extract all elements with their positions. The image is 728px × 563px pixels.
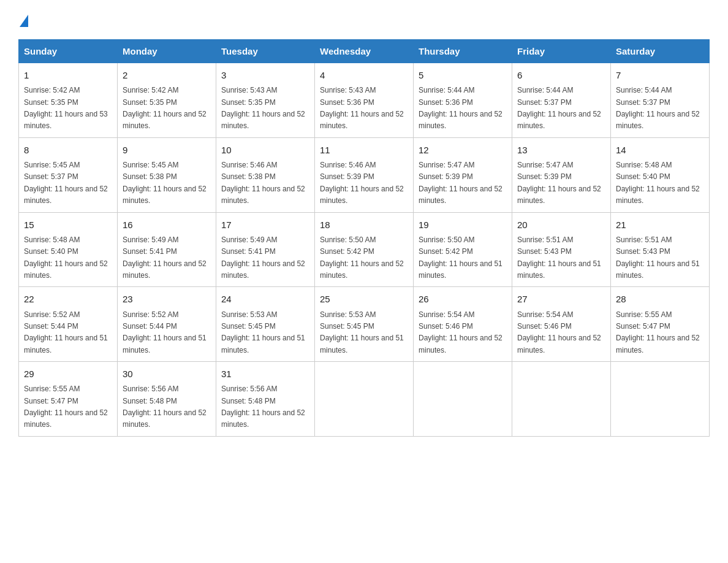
calendar-cell (315, 362, 414, 437)
calendar-cell (611, 362, 710, 437)
day-info: Sunrise: 5:50 AMSunset: 5:42 PMDaylight:… (320, 236, 404, 280)
calendar-cell: 4 Sunrise: 5:43 AMSunset: 5:36 PMDayligh… (315, 63, 414, 138)
day-info: Sunrise: 5:44 AMSunset: 5:36 PMDaylight:… (419, 86, 502, 130)
day-number: 6 (517, 68, 605, 82)
logo-triangle-icon (20, 15, 28, 27)
calendar-cell: 18 Sunrise: 5:50 AMSunset: 5:42 PMDaylig… (315, 212, 414, 287)
weekday-header-friday: Friday (512, 40, 611, 63)
weekday-header-monday: Monday (118, 40, 216, 63)
calendar-cell: 2 Sunrise: 5:42 AMSunset: 5:35 PMDayligh… (118, 63, 216, 138)
calendar-cell: 6 Sunrise: 5:44 AMSunset: 5:37 PMDayligh… (512, 63, 611, 138)
day-number: 3 (221, 68, 309, 82)
calendar-week-row: 1 Sunrise: 5:42 AMSunset: 5:35 PMDayligh… (19, 63, 710, 138)
day-info: Sunrise: 5:48 AMSunset: 5:40 PMDaylight:… (24, 236, 108, 280)
calendar-cell: 24 Sunrise: 5:53 AMSunset: 5:45 PMDaylig… (216, 287, 315, 362)
calendar-table: SundayMondayTuesdayWednesdayThursdayFrid… (18, 39, 710, 437)
day-number: 24 (221, 292, 309, 306)
calendar-week-row: 22 Sunrise: 5:52 AMSunset: 5:44 PMDaylig… (19, 287, 710, 362)
day-info: Sunrise: 5:45 AMSunset: 5:38 PMDaylight:… (123, 161, 207, 205)
calendar-cell: 14 Sunrise: 5:48 AMSunset: 5:40 PMDaylig… (611, 137, 710, 212)
day-number: 28 (616, 292, 704, 306)
calendar-cell: 1 Sunrise: 5:42 AMSunset: 5:35 PMDayligh… (19, 63, 118, 138)
day-info: Sunrise: 5:43 AMSunset: 5:36 PMDaylight:… (320, 86, 404, 130)
day-number: 25 (320, 292, 408, 306)
day-number: 23 (123, 292, 211, 306)
calendar-cell: 26 Sunrise: 5:54 AMSunset: 5:46 PMDaylig… (414, 287, 512, 362)
day-number: 10 (221, 143, 309, 157)
day-info: Sunrise: 5:46 AMSunset: 5:38 PMDaylight:… (221, 161, 305, 205)
day-number: 22 (24, 292, 112, 306)
day-number: 5 (419, 68, 507, 82)
calendar-cell: 15 Sunrise: 5:48 AMSunset: 5:40 PMDaylig… (19, 212, 118, 287)
day-info: Sunrise: 5:42 AMSunset: 5:35 PMDaylight:… (24, 86, 108, 130)
calendar-cell: 23 Sunrise: 5:52 AMSunset: 5:44 PMDaylig… (118, 287, 216, 362)
day-number: 9 (123, 143, 211, 157)
day-number: 20 (517, 218, 605, 232)
weekday-header-saturday: Saturday (611, 40, 710, 63)
calendar-cell: 30 Sunrise: 5:56 AMSunset: 5:48 PMDaylig… (118, 362, 216, 437)
calendar-cell: 20 Sunrise: 5:51 AMSunset: 5:43 PMDaylig… (512, 212, 611, 287)
day-info: Sunrise: 5:49 AMSunset: 5:41 PMDaylight:… (221, 236, 305, 280)
day-info: Sunrise: 5:43 AMSunset: 5:35 PMDaylight:… (221, 86, 305, 130)
calendar-cell: 12 Sunrise: 5:47 AMSunset: 5:39 PMDaylig… (414, 137, 512, 212)
calendar-cell: 22 Sunrise: 5:52 AMSunset: 5:44 PMDaylig… (19, 287, 118, 362)
calendar-cell: 19 Sunrise: 5:50 AMSunset: 5:42 PMDaylig… (414, 212, 512, 287)
day-number: 26 (419, 292, 507, 306)
day-number: 2 (123, 68, 211, 82)
header (18, 12, 710, 27)
day-number: 12 (419, 143, 507, 157)
calendar-week-row: 8 Sunrise: 5:45 AMSunset: 5:37 PMDayligh… (19, 137, 710, 212)
day-info: Sunrise: 5:53 AMSunset: 5:45 PMDaylight:… (320, 310, 404, 354)
weekday-header-sunday: Sunday (19, 40, 118, 63)
day-info: Sunrise: 5:47 AMSunset: 5:39 PMDaylight:… (517, 161, 601, 205)
day-number: 29 (24, 367, 112, 381)
calendar-cell: 3 Sunrise: 5:43 AMSunset: 5:35 PMDayligh… (216, 63, 315, 138)
day-number: 27 (517, 292, 605, 306)
day-info: Sunrise: 5:51 AMSunset: 5:43 PMDaylight:… (616, 236, 700, 280)
calendar-cell: 7 Sunrise: 5:44 AMSunset: 5:37 PMDayligh… (611, 63, 710, 138)
calendar-cell: 17 Sunrise: 5:49 AMSunset: 5:41 PMDaylig… (216, 212, 315, 287)
weekday-header-thursday: Thursday (414, 40, 512, 63)
weekday-header-wednesday: Wednesday (315, 40, 414, 63)
logo (18, 12, 28, 27)
day-number: 21 (616, 218, 704, 232)
day-info: Sunrise: 5:54 AMSunset: 5:46 PMDaylight:… (419, 310, 502, 354)
day-info: Sunrise: 5:42 AMSunset: 5:35 PMDaylight:… (123, 86, 207, 130)
day-number: 16 (123, 218, 211, 232)
day-number: 8 (24, 143, 112, 157)
day-info: Sunrise: 5:44 AMSunset: 5:37 PMDaylight:… (517, 86, 601, 130)
calendar-cell: 21 Sunrise: 5:51 AMSunset: 5:43 PMDaylig… (611, 212, 710, 287)
weekday-header-tuesday: Tuesday (216, 40, 315, 63)
calendar-week-row: 15 Sunrise: 5:48 AMSunset: 5:40 PMDaylig… (19, 212, 710, 287)
calendar-week-row: 29 Sunrise: 5:55 AMSunset: 5:47 PMDaylig… (19, 362, 710, 437)
day-number: 1 (24, 68, 112, 82)
day-number: 7 (616, 68, 704, 82)
calendar-cell (512, 362, 611, 437)
day-info: Sunrise: 5:52 AMSunset: 5:44 PMDaylight:… (123, 310, 207, 354)
day-info: Sunrise: 5:55 AMSunset: 5:47 PMDaylight:… (24, 385, 108, 429)
day-number: 19 (419, 218, 507, 232)
calendar-cell (414, 362, 512, 437)
day-number: 11 (320, 143, 408, 157)
day-info: Sunrise: 5:48 AMSunset: 5:40 PMDaylight:… (616, 161, 700, 205)
day-info: Sunrise: 5:47 AMSunset: 5:39 PMDaylight:… (419, 161, 502, 205)
calendar-cell: 5 Sunrise: 5:44 AMSunset: 5:36 PMDayligh… (414, 63, 512, 138)
calendar-cell: 31 Sunrise: 5:56 AMSunset: 5:48 PMDaylig… (216, 362, 315, 437)
day-info: Sunrise: 5:46 AMSunset: 5:39 PMDaylight:… (320, 161, 404, 205)
calendar-cell: 16 Sunrise: 5:49 AMSunset: 5:41 PMDaylig… (118, 212, 216, 287)
calendar-cell: 27 Sunrise: 5:54 AMSunset: 5:46 PMDaylig… (512, 287, 611, 362)
day-info: Sunrise: 5:55 AMSunset: 5:47 PMDaylight:… (616, 310, 700, 354)
calendar-cell: 29 Sunrise: 5:55 AMSunset: 5:47 PMDaylig… (19, 362, 118, 437)
day-number: 13 (517, 143, 605, 157)
calendar-cell: 9 Sunrise: 5:45 AMSunset: 5:38 PMDayligh… (118, 137, 216, 212)
day-info: Sunrise: 5:51 AMSunset: 5:43 PMDaylight:… (517, 236, 601, 280)
calendar-cell: 28 Sunrise: 5:55 AMSunset: 5:47 PMDaylig… (611, 287, 710, 362)
day-info: Sunrise: 5:54 AMSunset: 5:46 PMDaylight:… (517, 310, 601, 354)
calendar-cell: 13 Sunrise: 5:47 AMSunset: 5:39 PMDaylig… (512, 137, 611, 212)
day-number: 4 (320, 68, 408, 82)
day-info: Sunrise: 5:52 AMSunset: 5:44 PMDaylight:… (24, 310, 108, 354)
day-info: Sunrise: 5:53 AMSunset: 5:45 PMDaylight:… (221, 310, 305, 354)
day-number: 14 (616, 143, 704, 157)
day-info: Sunrise: 5:45 AMSunset: 5:37 PMDaylight:… (24, 161, 108, 205)
day-info: Sunrise: 5:44 AMSunset: 5:37 PMDaylight:… (616, 86, 700, 130)
